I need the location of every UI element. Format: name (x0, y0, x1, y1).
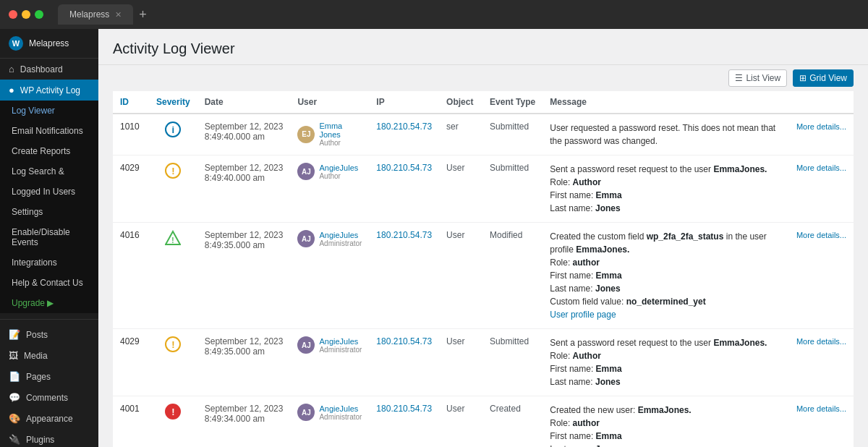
sidebar-item-create-reports[interactable]: Create Reports (0, 141, 98, 161)
severity-cell: ! (149, 223, 197, 329)
sidebar-item-upgrade[interactable]: Upgrade ▶ (0, 293, 98, 313)
more-details-button[interactable]: More details... (796, 404, 846, 413)
user-cell: EJ Emma Jones Author (290, 114, 369, 156)
sidebar-item-label: Comments (26, 393, 68, 403)
sidebar-item-posts[interactable]: 📝 Posts (0, 324, 98, 345)
user-name[interactable]: AngieJules (319, 231, 362, 239)
sidebar-item-label: Pages (26, 372, 51, 382)
title-bar: Melapress ✕ + (0, 0, 868, 29)
user-name[interactable]: AngieJules (319, 337, 362, 346)
date-cell: September 12, 20238:49:40.000 am (197, 114, 291, 156)
sidebar-item-label: Help & Contact Us (12, 278, 83, 288)
ip-cell[interactable]: 180.210.54.73 (369, 156, 439, 223)
sidebar-item-label: Logged In Users (12, 187, 75, 197)
col-header-severity[interactable]: Severity (149, 91, 197, 114)
tab-label: Melapress (69, 9, 109, 20)
severity-warning-icon: ! (165, 336, 181, 352)
row-id: 4029 (113, 329, 149, 396)
sidebar-item-appearance[interactable]: 🎨 Appearance (0, 408, 98, 429)
more-details-button[interactable]: More details... (796, 163, 846, 172)
sidebar-item-log-viewer[interactable]: Log Viewer (0, 101, 98, 121)
row-id: 1010 (113, 114, 149, 156)
more-details-button[interactable]: More details... (796, 122, 846, 131)
sidebar-item-media[interactable]: 🖼 Media (0, 345, 98, 366)
sidebar-item-plugins[interactable]: 🔌 Plugins (0, 429, 98, 447)
plugins-icon: 🔌 (9, 434, 20, 445)
message-cell: Created the new user: EmmaJones. Role: a… (542, 396, 788, 448)
more-details-button[interactable]: More details... (796, 231, 846, 239)
tab-close-icon[interactable]: ✕ (115, 10, 122, 20)
ip-cell[interactable]: 180.210.54.73 (369, 223, 439, 329)
grid-view-button[interactable]: ⊞ Grid View (793, 69, 854, 87)
sidebar-item-label: WP Activity Log (20, 85, 80, 95)
event-type-cell: Modified (482, 223, 542, 329)
message-cell: Sent a password reset request to the use… (542, 329, 788, 396)
page-header: Activity Log Viewer (98, 29, 868, 65)
pages-icon: 📄 (9, 371, 20, 382)
table-row: 4001 ! September 12, 20238:49:34.000 am … (113, 396, 854, 448)
sidebar-item-enable-disable-events[interactable]: Enable/Disable Events (0, 222, 98, 252)
severity-triangle-icon: ! (165, 230, 181, 246)
browser-tab[interactable]: Melapress ✕ (58, 4, 133, 25)
new-tab-button[interactable]: + (139, 7, 147, 22)
table-row: 4029 ! September 12, 20238:49:35.000 am … (113, 329, 854, 396)
sidebar-item-log-search[interactable]: Log Search & (0, 161, 98, 182)
col-header-message: Message (542, 91, 788, 114)
col-header-date: Date (197, 91, 291, 114)
col-header-object: Object (439, 91, 482, 114)
col-header-action (788, 91, 854, 114)
ip-cell[interactable]: 180.210.54.73 (369, 396, 439, 448)
sidebar-item-label: Upgrade ▶ (12, 298, 54, 308)
avatar: AJ (297, 163, 315, 180)
view-controls: ☰ List View ⊞ Grid View (98, 65, 868, 91)
sidebar-item-dashboard[interactable]: ⌂ Dashboard (0, 59, 98, 80)
sidebar-item-logged-in-users[interactable]: Logged In Users (0, 182, 98, 202)
action-cell: More details... (788, 114, 854, 156)
table-row: 4016 ! September 12, 20238:49:35.000 am (113, 223, 854, 329)
sidebar-item-label: Log Viewer (12, 106, 55, 116)
media-icon: 🖼 (9, 350, 18, 361)
wp-logo: W (9, 36, 23, 51)
sidebar-item-label: Dashboard (20, 64, 63, 74)
user-profile-link[interactable]: User profile page (550, 310, 616, 320)
close-button[interactable] (9, 10, 17, 19)
app-layout: W Melapress ⌂ Dashboard ● WP Activity Lo… (0, 29, 868, 447)
action-cell: More details... (788, 223, 854, 329)
event-type-cell: Created (482, 396, 542, 448)
severity-cell: ! (149, 156, 197, 223)
sidebar-item-comments[interactable]: 💬 Comments (0, 387, 98, 408)
posts-icon: 📝 (9, 329, 20, 340)
list-view-button[interactable]: ☰ List View (728, 69, 787, 87)
avatar: AJ (297, 230, 315, 247)
sidebar-item-wp-activity-log[interactable]: ● WP Activity Log (0, 80, 98, 101)
maximize-button[interactable] (35, 10, 43, 19)
user-role: Author (319, 139, 362, 147)
sidebar-item-pages[interactable]: 📄 Pages (0, 366, 98, 387)
sidebar-header: W Melapress (0, 29, 98, 59)
event-type-cell: Submitted (482, 156, 542, 223)
sidebar-item-label: Integrations (12, 257, 57, 268)
user-name[interactable]: AngieJules (319, 404, 362, 413)
minimize-button[interactable] (22, 10, 30, 19)
ip-cell[interactable]: 180.210.54.73 (369, 329, 439, 396)
user-name[interactable]: Emma Jones (319, 122, 362, 139)
action-cell: More details... (788, 329, 854, 396)
site-name: Melapress (29, 38, 69, 48)
sidebar-item-email-notifications[interactable]: Email Notifications (0, 121, 98, 141)
avatar: AJ (297, 404, 315, 421)
severity-warning-icon: ! (165, 163, 181, 179)
sidebar-item-label: Email Notifications (12, 126, 83, 136)
dashboard-icon: ⌂ (9, 64, 14, 74)
table-row: 4029 ! September 12, 20238:49:40.000 am … (113, 156, 854, 223)
event-type-cell: Submitted (482, 114, 542, 156)
table-row: 1010 i September 12, 20238:49:40.000 am … (113, 114, 854, 156)
user-name[interactable]: AngieJules (319, 163, 358, 172)
user-cell: AJ AngieJules Author (290, 156, 369, 223)
severity-cell: ! (149, 396, 197, 448)
sidebar-item-settings[interactable]: Settings (0, 202, 98, 222)
more-details-button[interactable]: More details... (796, 337, 846, 346)
sidebar-item-help-contact-us[interactable]: Help & Contact Us (0, 273, 98, 293)
sidebar-item-integrations[interactable]: Integrations (0, 252, 98, 273)
ip-cell[interactable]: 180.210.54.73 (369, 114, 439, 156)
col-header-id[interactable]: ID (113, 91, 149, 114)
